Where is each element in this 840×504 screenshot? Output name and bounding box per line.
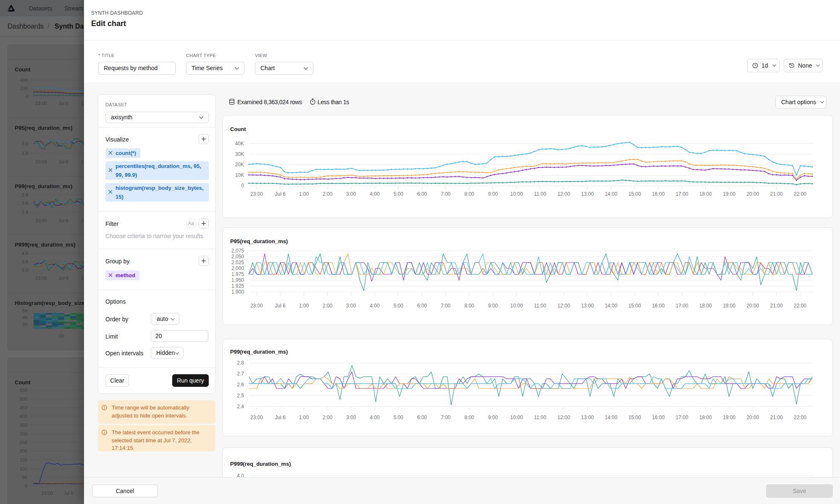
- svg-text:200: 200: [20, 449, 27, 454]
- svg-text:4.0: 4.0: [22, 251, 28, 256]
- svg-text:250: 250: [20, 440, 27, 445]
- svg-text:2.075: 2.075: [231, 248, 244, 254]
- svg-text:20:00: 20:00: [746, 415, 759, 420]
- svg-text:11:00: 11:00: [534, 415, 546, 420]
- svg-text:7:00: 7:00: [441, 415, 451, 420]
- svg-text:1:00: 1:00: [81, 218, 84, 223]
- svg-text:1.9: 1.9: [22, 151, 28, 156]
- svg-text:18:00: 18:00: [699, 191, 712, 197]
- svg-text:23:00: 23:00: [41, 491, 53, 496]
- svg-text:6:00: 6:00: [417, 415, 427, 420]
- svg-text:23:00: 23:00: [250, 191, 263, 197]
- svg-text:23:00: 23:00: [35, 159, 47, 164]
- svg-text:18:00: 18:00: [699, 303, 712, 309]
- svg-text:1:00: 1:00: [81, 159, 84, 164]
- svg-text:2.5: 2.5: [237, 393, 244, 399]
- svg-text:0: 0: [25, 483, 27, 488]
- svg-text:Jul 6: Jul 6: [58, 218, 68, 223]
- svg-text:4K: 4K: [23, 315, 29, 320]
- svg-text:400: 400: [20, 414, 27, 419]
- svg-text:Jul 6: Jul 6: [58, 101, 68, 106]
- svg-text:6K: 6K: [23, 308, 29, 313]
- svg-text:Jul 6: Jul 6: [275, 303, 286, 309]
- svg-text:3.0: 3.0: [22, 268, 28, 273]
- svg-text:2.4: 2.4: [237, 404, 244, 410]
- svg-text:350: 350: [20, 423, 27, 428]
- svg-text:15:00: 15:00: [628, 191, 641, 197]
- svg-text:1:00: 1:00: [81, 276, 84, 281]
- svg-text:18:00: 18:00: [699, 415, 712, 420]
- svg-text:15:00: 15:00: [628, 303, 641, 309]
- svg-text:5:00: 5:00: [394, 191, 404, 197]
- svg-text:3:00: 3:00: [346, 415, 356, 420]
- svg-text:150: 150: [20, 457, 27, 462]
- svg-text:8:00: 8:00: [465, 191, 475, 197]
- svg-text:Jul 6: Jul 6: [275, 415, 286, 420]
- svg-text:19:00: 19:00: [723, 415, 735, 420]
- svg-text:300: 300: [20, 431, 27, 436]
- svg-text:2.4: 2.4: [22, 210, 28, 215]
- svg-text:2:00: 2:00: [323, 415, 333, 420]
- svg-text:22:00: 22:00: [794, 191, 806, 197]
- svg-text:13:00: 13:00: [581, 303, 594, 309]
- svg-text:2.6: 2.6: [237, 382, 244, 388]
- svg-text:16:00: 16:00: [652, 303, 664, 309]
- svg-text:20:00: 20:00: [746, 303, 759, 309]
- svg-text:21:00: 21:00: [770, 303, 783, 309]
- svg-text:3.5: 3.5: [22, 259, 28, 264]
- svg-text:450: 450: [20, 405, 27, 410]
- svg-text:6:00: 6:00: [417, 303, 427, 309]
- svg-text:14:00: 14:00: [605, 191, 617, 197]
- svg-text:2.025: 2.025: [231, 260, 244, 265]
- svg-text:22:00: 22:00: [794, 303, 806, 309]
- svg-text:0: 0: [26, 94, 28, 99]
- svg-text:2.0: 2.0: [22, 141, 28, 146]
- svg-text:7:00: 7:00: [441, 191, 451, 197]
- svg-text:17:00: 17:00: [676, 415, 688, 420]
- svg-text:1:00: 1:00: [299, 303, 309, 309]
- svg-text:23:00: 23:00: [250, 303, 263, 309]
- svg-text:5:00: 5:00: [394, 415, 404, 420]
- svg-text:11:00: 11:00: [534, 191, 546, 197]
- svg-text:16:00: 16:00: [652, 415, 664, 420]
- svg-text:6:00: 6:00: [417, 191, 427, 197]
- svg-text:40K: 40K: [20, 78, 28, 83]
- svg-text:2:00: 2:00: [323, 191, 333, 197]
- svg-text:7:00: 7:00: [441, 303, 451, 309]
- svg-text:23:00: 23:00: [35, 218, 47, 223]
- svg-text:4:00: 4:00: [370, 415, 380, 420]
- svg-text:23:00: 23:00: [35, 276, 47, 281]
- svg-text:9:00: 9:00: [488, 191, 498, 197]
- svg-text:Jul 6: Jul 6: [63, 491, 73, 496]
- svg-text:12:00: 12:00: [557, 303, 570, 309]
- svg-text:23:00: 23:00: [35, 101, 47, 106]
- svg-text:16:00: 16:00: [652, 191, 664, 197]
- svg-text:1.925: 1.925: [231, 283, 244, 289]
- svg-text:21:00: 21:00: [770, 191, 783, 197]
- svg-text:2.8: 2.8: [22, 192, 28, 197]
- svg-text:12:00: 12:00: [557, 191, 570, 197]
- svg-text:2.050: 2.050: [231, 254, 244, 260]
- svg-text:13:00: 13:00: [581, 191, 594, 197]
- svg-text:40K: 40K: [235, 141, 244, 147]
- svg-text:20:00: 20:00: [746, 191, 759, 197]
- svg-text:8:00: 8:00: [465, 303, 475, 309]
- svg-text:8:00: 8:00: [465, 415, 475, 420]
- svg-text:10:00: 10:00: [510, 415, 523, 420]
- svg-text:500: 500: [20, 396, 27, 402]
- svg-text:4:00: 4:00: [370, 303, 380, 309]
- svg-text:Jul 6: Jul 6: [275, 191, 286, 197]
- svg-text:2.7: 2.7: [237, 371, 244, 377]
- svg-text:15:00: 15:00: [628, 415, 641, 420]
- svg-text:1.900: 1.900: [231, 289, 244, 295]
- svg-text:50: 50: [22, 475, 27, 480]
- svg-text:2:00: 2:00: [323, 303, 333, 309]
- svg-text:11:00: 11:00: [534, 303, 546, 309]
- svg-text:100: 100: [20, 466, 27, 471]
- svg-text:2K: 2K: [23, 322, 29, 327]
- svg-text:Jul 6: Jul 6: [58, 276, 68, 281]
- svg-text:12:00: 12:00: [557, 415, 570, 420]
- svg-text:21:00: 21:00: [770, 415, 783, 420]
- svg-text:9:00: 9:00: [488, 415, 498, 420]
- svg-text:1:00: 1:00: [81, 101, 84, 106]
